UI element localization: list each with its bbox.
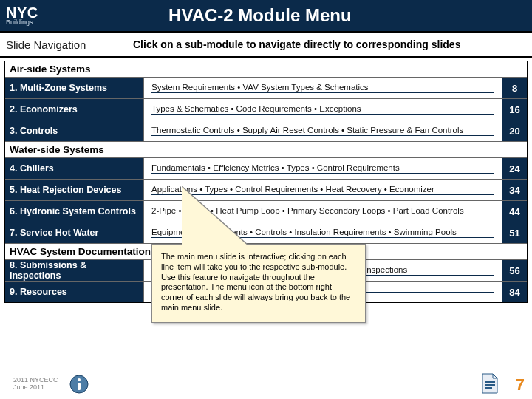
logo-main-text: NYC bbox=[6, 6, 38, 19]
module-row-3[interactable]: 3. Controls Thermostatic Controls • Supp… bbox=[5, 120, 527, 141]
footer-label: 2011 NYCECC June 2011 bbox=[13, 377, 58, 392]
module-row-5[interactable]: 5. Heat Rejection Devices Applications •… bbox=[5, 179, 527, 200]
module-name: 1. Multi-Zone Systems bbox=[5, 78, 144, 98]
svg-rect-5 bbox=[485, 387, 492, 389]
module-page: 16 bbox=[502, 99, 527, 120]
module-desc: Fundamentals • Efficiency Metrics • Type… bbox=[144, 158, 502, 179]
menu-document-icon[interactable] bbox=[480, 372, 499, 395]
module-row-6[interactable]: 6. Hydronic System Controls 2-Pipe • 3-P… bbox=[5, 200, 527, 222]
category-water-side: Water-side Systems bbox=[5, 141, 527, 157]
page-title: HVAC-2 Module Menu bbox=[38, 5, 482, 26]
logo-sub-text: Buildings bbox=[6, 19, 38, 25]
footer-bar: 2011 NYCECC June 2011 7 bbox=[0, 369, 532, 399]
svg-rect-2 bbox=[78, 383, 81, 390]
svg-rect-4 bbox=[485, 384, 495, 386]
module-name: 2. Economizers bbox=[5, 99, 144, 120]
module-desc: System Requirements • VAV System Types &… bbox=[144, 78, 502, 98]
callout-text: The main menu slide is interactive; clic… bbox=[152, 245, 365, 322]
module-desc: Types & Schematics • Code Requirements •… bbox=[144, 99, 502, 120]
module-page: 56 bbox=[502, 260, 527, 281]
info-icon[interactable] bbox=[69, 374, 89, 395]
module-page: 34 bbox=[502, 180, 527, 200]
footer-label-line2: June 2011 bbox=[13, 384, 58, 392]
module-page: 51 bbox=[502, 222, 527, 243]
module-name: 5. Heat Rejection Devices bbox=[5, 180, 144, 200]
module-row-1[interactable]: 1. Multi-Zone Systems System Requirement… bbox=[5, 77, 527, 98]
module-page: 44 bbox=[502, 201, 527, 222]
category-air-side: Air-side Systems bbox=[5, 61, 527, 77]
module-name: 7. Service Hot Water bbox=[5, 222, 144, 243]
nyc-logo: NYC Buildings bbox=[6, 6, 38, 25]
module-row-2[interactable]: 2. Economizers Types & Schematics • Code… bbox=[5, 98, 527, 120]
module-page: 24 bbox=[502, 158, 527, 179]
module-name: 3. Controls bbox=[5, 120, 144, 141]
module-page: 8 bbox=[502, 78, 527, 98]
module-row-4[interactable]: 4. Chillers Fundamentals • Efficiency Me… bbox=[5, 157, 527, 179]
header-bar: NYC Buildings HVAC-2 Module Menu bbox=[0, 0, 532, 31]
module-page: 20 bbox=[502, 120, 527, 141]
module-page: 84 bbox=[502, 282, 527, 302]
callout-pointer-icon bbox=[182, 187, 248, 246]
module-name: 8. Submissions & Inspections bbox=[5, 260, 144, 281]
module-name: 4. Chillers bbox=[5, 158, 144, 179]
subhead-left-label: Slide Navigation bbox=[0, 38, 133, 51]
help-callout: The main menu slide is interactive; clic… bbox=[151, 244, 366, 323]
svg-point-1 bbox=[78, 378, 81, 381]
module-row-7[interactable]: 7. Service Hot Water Equipment Requireme… bbox=[5, 222, 527, 243]
svg-rect-3 bbox=[485, 381, 495, 383]
subhead-instruction: Click on a sub-module to navigate direct… bbox=[133, 38, 532, 50]
page-number: 7 bbox=[516, 375, 525, 395]
sub-header: Slide Navigation Click on a sub-module t… bbox=[0, 33, 532, 58]
module-name: 6. Hydronic System Controls bbox=[5, 201, 144, 222]
module-desc: Thermostatic Controls • Supply Air Reset… bbox=[144, 120, 502, 141]
module-name: 9. Resources bbox=[5, 282, 144, 302]
